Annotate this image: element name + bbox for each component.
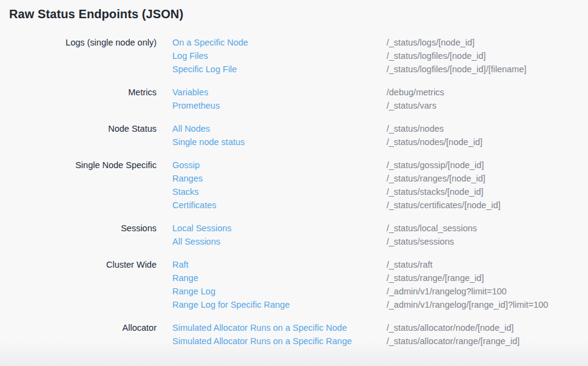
group-label: Logs (single node only): [0, 36, 157, 49]
group-label: Single Node Specific: [0, 158, 157, 172]
endpoint-path: /_status/local_sessions: [387, 222, 477, 235]
endpoint-path: /_status/range/[range_id]: [387, 271, 484, 285]
page-title: Raw Status Endpoints (JSON): [0, 7, 588, 21]
endpoint-link[interactable]: Stacks: [172, 185, 387, 198]
endpoint-group-node-status: Node Status All Nodes /_status/nodes Sin…: [0, 122, 588, 149]
endpoint-row: All Sessions /_status/sessions: [172, 235, 588, 248]
endpoint-path: /_status/nodes: [387, 122, 444, 135]
endpoint-link[interactable]: Ranges: [172, 172, 387, 185]
group-entries: Raft /_status/raft Range /_status/range/…: [172, 258, 588, 311]
endpoint-link[interactable]: On a Specific Node: [172, 36, 387, 49]
endpoint-row: Prometheus /_status/vars: [172, 99, 588, 112]
endpoint-row: Specific Log File /_status/logfiles/[nod…: [172, 63, 588, 76]
endpoint-link[interactable]: All Nodes: [172, 122, 387, 135]
group-entries: Local Sessions /_status/local_sessions A…: [172, 222, 588, 248]
endpoint-link[interactable]: All Sessions: [172, 235, 387, 248]
endpoint-path: /_status/gossip/[node_id]: [387, 158, 484, 172]
endpoint-path: /_status/allocator/range/[range_id]: [387, 334, 519, 348]
endpoint-link[interactable]: Specific Log File: [172, 63, 387, 76]
endpoint-path: /debug/metrics: [387, 86, 444, 99]
endpoint-row: Simulated Allocator Runs on a Specific N…: [172, 321, 588, 334]
endpoint-row: On a Specific Node /_status/logs/[node_i…: [172, 36, 588, 49]
endpoint-path: /_status/vars: [387, 99, 436, 112]
endpoint-group-single-node-specific: Single Node Specific Gossip /_status/gos…: [0, 158, 588, 212]
endpoint-path: /_status/allocator/node/[node_id]: [387, 321, 514, 334]
endpoint-group-allocator: Allocator Simulated Allocator Runs on a …: [0, 321, 588, 348]
group-entries: All Nodes /_status/nodes Single node sta…: [172, 122, 588, 149]
endpoint-row: Certificates /_status/certificates/[node…: [172, 198, 588, 212]
endpoint-path: /_status/nodes/[node_id]: [387, 135, 482, 149]
group-label: Node Status: [0, 122, 157, 135]
group-label: Allocator: [0, 321, 157, 334]
group-label: Cluster Wide: [0, 258, 157, 271]
endpoint-path: /_status/certificates/[node_id]: [387, 198, 501, 212]
endpoint-row: Simulated Allocator Runs on a Specific R…: [172, 334, 588, 348]
endpoint-path: /_status/sessions: [387, 235, 454, 248]
endpoint-path: /_status/logfiles/[node_id]: [387, 49, 486, 63]
endpoint-path: /_status/logs/[node_id]: [387, 36, 475, 49]
endpoint-link[interactable]: Gossip: [172, 158, 387, 172]
endpoint-group-cluster-wide: Cluster Wide Raft /_status/raft Range /_…: [0, 258, 588, 311]
endpoint-row: Raft /_status/raft: [172, 258, 588, 271]
endpoint-row: Range Log for Specific Range /_admin/v1/…: [172, 298, 588, 311]
endpoint-link[interactable]: Range: [172, 271, 387, 285]
endpoint-row: Stacks /_status/stacks/[node_id]: [172, 185, 588, 198]
endpoint-path: /_admin/v1/rangelog/[range_id]?limit=100: [387, 298, 548, 311]
endpoint-path: /_status/raft: [387, 258, 433, 271]
group-entries: Variables /debug/metrics Prometheus /_st…: [172, 86, 588, 112]
endpoint-link[interactable]: Variables: [172, 86, 387, 99]
endpoint-row: Log Files /_status/logfiles/[node_id]: [172, 49, 588, 63]
endpoint-link[interactable]: Local Sessions: [172, 222, 387, 235]
endpoint-link[interactable]: Prometheus: [172, 99, 387, 112]
debug-endpoints-page: Raw Status Endpoints (JSON) Logs (single…: [0, 0, 588, 366]
group-label: Sessions: [0, 222, 157, 235]
group-entries: On a Specific Node /_status/logs/[node_i…: [172, 36, 588, 76]
group-label: Metrics: [0, 86, 157, 99]
endpoint-link[interactable]: Range Log for Specific Range: [172, 298, 387, 311]
endpoint-row: Range Log /_admin/v1/rangelog?limit=100: [172, 285, 588, 298]
group-entries: Gossip /_status/gossip/[node_id] Ranges …: [172, 158, 588, 212]
endpoint-link[interactable]: Single node status: [172, 135, 387, 149]
endpoint-link[interactable]: Simulated Allocator Runs on a Specific R…: [172, 334, 387, 348]
group-entries: Simulated Allocator Runs on a Specific N…: [172, 321, 588, 348]
endpoint-path: /_status/logfiles/[node_id]/[filename]: [387, 63, 527, 76]
endpoint-group-logs: Logs (single node only) On a Specific No…: [0, 36, 588, 76]
endpoint-link[interactable]: Raft: [172, 258, 387, 271]
endpoint-row: All Nodes /_status/nodes: [172, 122, 588, 135]
endpoint-path: /_status/ranges/[node_id]: [387, 172, 485, 185]
endpoint-path: /_status/stacks/[node_id]: [387, 185, 484, 198]
endpoint-row: Range /_status/range/[range_id]: [172, 271, 588, 285]
endpoint-row: Local Sessions /_status/local_sessions: [172, 222, 588, 235]
endpoint-link[interactable]: Simulated Allocator Runs on a Specific N…: [172, 321, 387, 334]
endpoint-row: Ranges /_status/ranges/[node_id]: [172, 172, 588, 185]
endpoint-link[interactable]: Certificates: [172, 198, 387, 212]
endpoint-link[interactable]: Log Files: [172, 49, 387, 63]
endpoint-row: Variables /debug/metrics: [172, 86, 588, 99]
endpoint-link[interactable]: Range Log: [172, 285, 387, 298]
endpoint-path: /_admin/v1/rangelog?limit=100: [387, 285, 507, 298]
endpoint-row: Single node status /_status/nodes/[node_…: [172, 135, 588, 149]
endpoint-row: Gossip /_status/gossip/[node_id]: [172, 158, 588, 172]
endpoint-group-metrics: Metrics Variables /debug/metrics Prometh…: [0, 86, 588, 112]
endpoint-group-sessions: Sessions Local Sessions /_status/local_s…: [0, 222, 588, 248]
